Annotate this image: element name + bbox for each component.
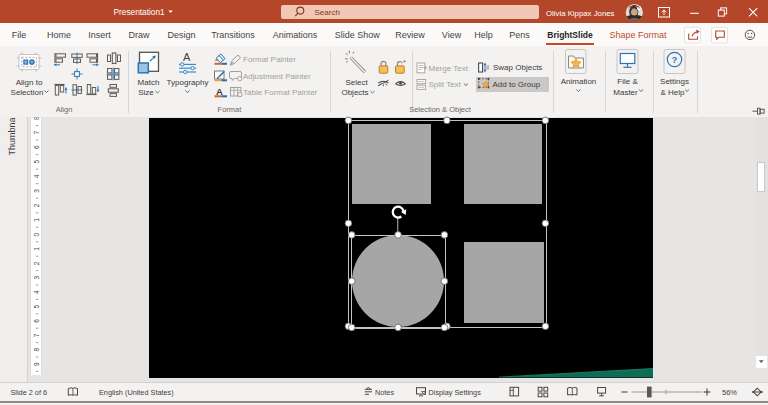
svg-text:A: A (216, 86, 223, 97)
svg-text:8: 8 (33, 116, 40, 120)
svg-text:1: 1 (33, 218, 40, 222)
svg-text:2: 2 (33, 203, 40, 207)
svg-text:Thumbnails: Thumbnails (7, 108, 17, 155)
svg-text:8: 8 (33, 348, 40, 352)
svg-text:?: ? (672, 55, 678, 65)
svg-text:5: 5 (33, 304, 40, 308)
svg-text:4: 4 (33, 290, 40, 294)
svg-text:9: 9 (33, 362, 40, 366)
svg-text:3: 3 (33, 189, 40, 193)
svg-text:4: 4 (33, 174, 40, 178)
svg-text:7: 7 (33, 333, 40, 337)
svg-text:A: A (183, 51, 191, 63)
svg-text:3: 3 (33, 276, 40, 280)
svg-text:1: 1 (33, 247, 40, 251)
svg-text:7: 7 (33, 131, 40, 135)
svg-text:5: 5 (33, 160, 40, 164)
svg-text:0: 0 (33, 232, 40, 236)
svg-text:6: 6 (33, 145, 40, 149)
svg-text:2: 2 (33, 261, 40, 265)
svg-text:6: 6 (33, 319, 40, 323)
